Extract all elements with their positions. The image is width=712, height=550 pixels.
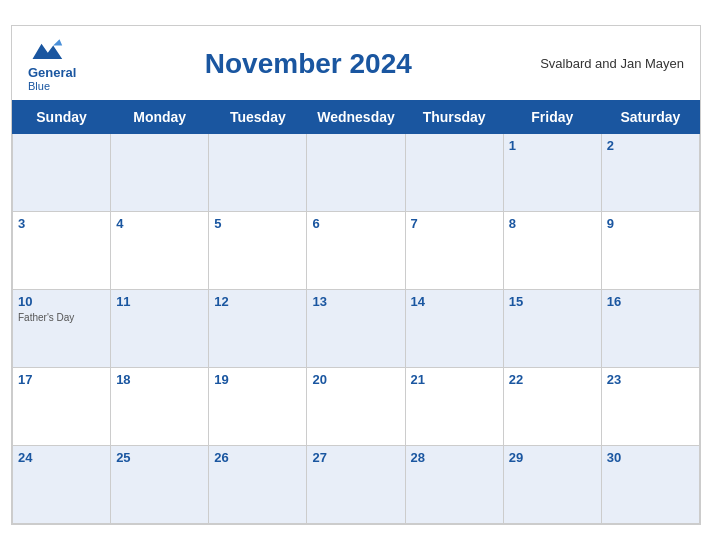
calendar-cell: 12 [209, 290, 307, 368]
day-number: 13 [312, 294, 399, 309]
weekday-header-wednesday: Wednesday [307, 101, 405, 134]
calendar-cell: 1 [503, 134, 601, 212]
day-number: 29 [509, 450, 596, 465]
day-number: 12 [214, 294, 301, 309]
day-number: 4 [116, 216, 203, 231]
logo-text-blue: Blue [28, 80, 50, 92]
day-number: 16 [607, 294, 694, 309]
calendar-cell [307, 134, 405, 212]
calendar-cell [13, 134, 111, 212]
calendar-cell: 4 [111, 212, 209, 290]
day-number: 14 [411, 294, 498, 309]
month-title: November 2024 [76, 48, 540, 80]
day-number: 21 [411, 372, 498, 387]
calendar-cell: 17 [13, 368, 111, 446]
day-number: 5 [214, 216, 301, 231]
calendar-cell: 15 [503, 290, 601, 368]
day-number: 17 [18, 372, 105, 387]
day-number: 10 [18, 294, 105, 309]
weekday-header-saturday: Saturday [601, 101, 699, 134]
calendar-cell: 21 [405, 368, 503, 446]
calendar-cell [111, 134, 209, 212]
week-row-2: 10Father's Day111213141516 [13, 290, 700, 368]
weekday-header-sunday: Sunday [13, 101, 111, 134]
weekday-header-friday: Friday [503, 101, 601, 134]
day-number: 28 [411, 450, 498, 465]
week-row-3: 17181920212223 [13, 368, 700, 446]
day-number: 15 [509, 294, 596, 309]
calendar-cell: 13 [307, 290, 405, 368]
day-number: 18 [116, 372, 203, 387]
calendar-cell: 6 [307, 212, 405, 290]
day-number: 8 [509, 216, 596, 231]
day-number: 30 [607, 450, 694, 465]
calendar-cell: 10Father's Day [13, 290, 111, 368]
day-number: 9 [607, 216, 694, 231]
calendar-cell [209, 134, 307, 212]
calendar-cell: 8 [503, 212, 601, 290]
logo-icon [28, 36, 64, 64]
weekday-header-monday: Monday [111, 101, 209, 134]
calendar-cell [405, 134, 503, 212]
day-number: 26 [214, 450, 301, 465]
calendar-cell: 9 [601, 212, 699, 290]
calendar-header: General Blue November 2024 Svalbard and … [12, 26, 700, 100]
logo-text-general: General [28, 66, 76, 80]
calendar-grid: SundayMondayTuesdayWednesdayThursdayFrid… [12, 100, 700, 524]
calendar-cell: 26 [209, 446, 307, 524]
svg-marker-1 [53, 39, 62, 45]
day-number: 2 [607, 138, 694, 153]
week-row-1: 3456789 [13, 212, 700, 290]
day-number: 22 [509, 372, 596, 387]
day-number: 7 [411, 216, 498, 231]
calendar-cell: 22 [503, 368, 601, 446]
region-text: Svalbard and Jan Mayen [540, 56, 684, 71]
day-number: 24 [18, 450, 105, 465]
calendar-cell: 20 [307, 368, 405, 446]
day-number: 11 [116, 294, 203, 309]
svg-marker-0 [33, 44, 63, 59]
day-number: 6 [312, 216, 399, 231]
calendar-cell: 23 [601, 368, 699, 446]
week-row-4: 24252627282930 [13, 446, 700, 524]
calendar-cell: 18 [111, 368, 209, 446]
day-number: 23 [607, 372, 694, 387]
logo-area: General Blue [28, 36, 76, 92]
calendar-cell: 16 [601, 290, 699, 368]
week-row-0: 12 [13, 134, 700, 212]
calendar-cell: 11 [111, 290, 209, 368]
calendar-cell: 14 [405, 290, 503, 368]
calendar-cell: 27 [307, 446, 405, 524]
calendar-cell: 2 [601, 134, 699, 212]
calendar-cell: 24 [13, 446, 111, 524]
calendar-cell: 29 [503, 446, 601, 524]
weekday-header-thursday: Thursday [405, 101, 503, 134]
calendar-cell: 30 [601, 446, 699, 524]
day-number: 1 [509, 138, 596, 153]
day-event: Father's Day [18, 311, 105, 324]
day-number: 27 [312, 450, 399, 465]
calendar-cell: 25 [111, 446, 209, 524]
day-number: 20 [312, 372, 399, 387]
weekday-header-tuesday: Tuesday [209, 101, 307, 134]
day-number: 3 [18, 216, 105, 231]
calendar-cell: 19 [209, 368, 307, 446]
calendar-cell: 5 [209, 212, 307, 290]
calendar-cell: 7 [405, 212, 503, 290]
day-number: 19 [214, 372, 301, 387]
weekday-header-row: SundayMondayTuesdayWednesdayThursdayFrid… [13, 101, 700, 134]
calendar-cell: 28 [405, 446, 503, 524]
day-number: 25 [116, 450, 203, 465]
calendar: General Blue November 2024 Svalbard and … [11, 25, 701, 525]
calendar-cell: 3 [13, 212, 111, 290]
